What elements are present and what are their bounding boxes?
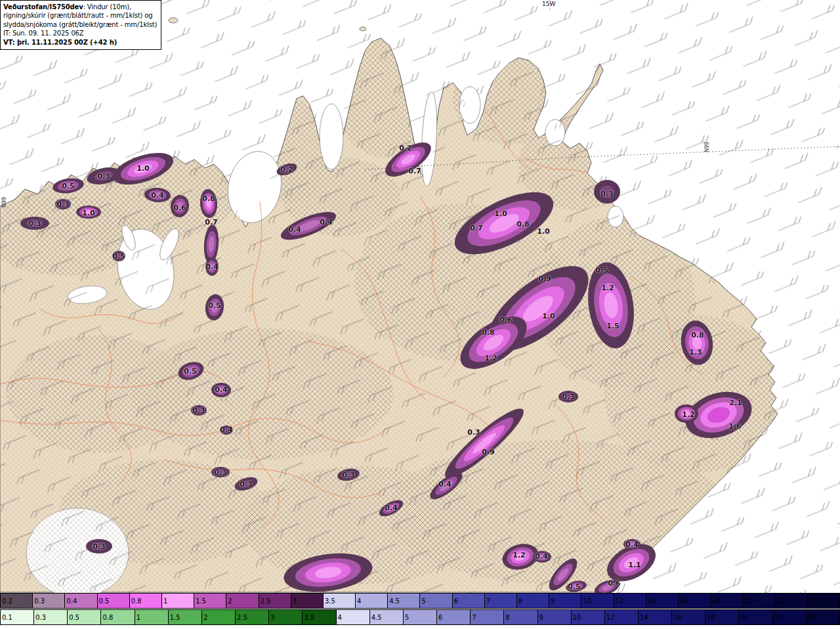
precip-blob (538, 554, 545, 559)
colorbar-segment: 18 (705, 610, 739, 624)
colorbar-rain-sleet: 0.20.30.40.50.811.522.533.544.5567891012… (0, 593, 840, 609)
colorbar-segment: 7 (471, 610, 504, 624)
colorbar-segment: 10 (572, 610, 605, 624)
title-line-2: rigning/skúrir (grænt/blátt/rautt - mm/1… (3, 11, 157, 20)
precip-blob (223, 427, 230, 433)
colorbar-value-label: 0.8 (102, 614, 113, 621)
colorbar-value-label: 4.5 (371, 614, 382, 621)
colorbar-value-label: 14 (640, 614, 648, 621)
colorbar-value-label: 30 (808, 614, 816, 621)
colorbar-value-label: 8 (505, 614, 509, 621)
colorbar-value-label: 2 (203, 614, 207, 621)
left-edge-label: N99 (1, 197, 7, 207)
colorbar-segment: 2.5 (259, 594, 291, 608)
colorbar-value-label: 10 (583, 597, 591, 605)
colorbar-value-label: 4.5 (389, 597, 400, 605)
colorbar-value-label: 1 (136, 614, 140, 621)
precip-blob (600, 185, 614, 198)
product-name: Veðurstofan/IS750dev (3, 3, 83, 11)
colorbar-segment: 9 (538, 610, 572, 624)
colorbar-value-label: 3 (270, 614, 274, 621)
colorbar-value-label: 20 (740, 614, 749, 621)
colorbar-value-label: 6 (454, 597, 458, 605)
colorbar-segment: 0.1 (1, 610, 34, 624)
colorbar-segment: 18 (711, 594, 743, 608)
colorbar-value-label: 20 (744, 597, 753, 605)
precip-blob (209, 263, 215, 270)
valid-time-line: VT: þri. 11.11.2025 00Z (+42 h) (3, 38, 157, 47)
colorbar-value-label: 5 (421, 597, 425, 605)
colorbar-snow: 0.10.30.50.811.522.533.544.5567891012141… (0, 609, 840, 625)
colorbar-value-label: 25 (777, 597, 786, 605)
colorbar-value-label: 1.5 (196, 597, 206, 605)
colorbar-value-label: 16 (673, 614, 682, 621)
colorbar-value-label: 0.4 (66, 597, 77, 605)
colorbar-segment: 0.4 (65, 594, 97, 608)
colorbar-value-label: 25 (774, 614, 783, 621)
colorbar-value-label: 9 (551, 597, 555, 605)
colorbar-segment: 4.5 (370, 610, 404, 624)
colorbar-segment: 0.2 (1, 594, 33, 608)
colorbar-value-label: 3.5 (304, 614, 314, 621)
colorbar-segment: 8 (504, 610, 537, 624)
colorbar-segment: 20 (743, 594, 775, 608)
colorbar-value-label: 8 (518, 597, 522, 605)
precip-blob (58, 202, 67, 207)
colorbar-segment: 6 (437, 610, 471, 624)
colorbar-segment: 3.5 (324, 594, 356, 608)
colorbar-value-label: 1.5 (170, 614, 180, 621)
colorbar-segment: 20 (739, 610, 772, 624)
meridian-label: 15W (542, 1, 555, 7)
title-box: Veðurstofan/IS750dev: Vindur (10m), rign… (0, 0, 161, 50)
title-line-1: Veðurstofan/IS750dev: Vindur (10m), (3, 3, 157, 11)
colorbar-value-label: 6 (438, 614, 442, 621)
precip-blob (683, 411, 690, 416)
colorbar-segment: 14 (639, 610, 672, 624)
colorbar-segment: 12 (614, 594, 646, 608)
colorbar-value-label: 7 (472, 614, 476, 621)
colorbar-value-label: 9 (539, 614, 543, 621)
colorbar-segment: 5 (420, 594, 452, 608)
colorbar-value-label: 0.5 (69, 614, 79, 621)
colorbar-segment: 0.5 (68, 610, 101, 624)
colorbar-segment: 3.5 (303, 610, 336, 624)
colorbar-segment: 16 (679, 594, 711, 608)
precip-blob (629, 542, 635, 546)
colorbar-segment: 0.5 (98, 594, 130, 608)
colorbar-value-label: 2.5 (237, 614, 247, 621)
colorbar-value-label: 14 (648, 597, 656, 605)
init-time-line: IT: Sun. 09. 11. 2025 06Z (3, 29, 157, 37)
colorbar-segment: 0.8 (101, 610, 135, 624)
colorbar-value-label: 7 (486, 597, 490, 605)
weather-map-page: 15W N99 N99 1.00.30.50.30.40.60.81.00.30… (0, 0, 840, 629)
colorbar-value-label: 2 (228, 597, 232, 605)
colorbar-segment: 10 (581, 594, 614, 608)
colorbar-segment: 1 (135, 610, 169, 624)
colorbar-segment: 6 (453, 594, 485, 608)
colorbar-segment: 30 (807, 610, 839, 624)
colorbar-segment: 5 (404, 610, 437, 624)
colorbar-value-label: 10 (573, 614, 581, 621)
colorbar-segment: 0.3 (33, 594, 65, 608)
colorbar-segment: 2 (202, 610, 236, 624)
colorbar-value-label: 5 (405, 614, 409, 621)
precip-blob (215, 469, 225, 475)
precip-blob (27, 220, 43, 227)
colorbar-segment: 4.5 (388, 594, 420, 608)
colorbar-value-label: 4 (338, 614, 342, 621)
precip-blob (116, 253, 123, 259)
colorbar-segment: 25 (773, 610, 807, 624)
colorbar-value-label: 12 (606, 614, 615, 621)
colorbar-segment: 16 (672, 610, 705, 624)
colorbar-segment: 14 (646, 594, 679, 608)
colorbar-segment: 12 (605, 610, 639, 624)
colorbar-value-label: 16 (680, 597, 688, 605)
colorbar-segment: 7 (485, 594, 517, 608)
colorbar-value-label: 18 (707, 614, 715, 621)
colorbar-segment: 30 (808, 594, 839, 608)
colorbar-segment: 1.5 (194, 594, 226, 608)
colorbar-segment: 0.3 (34, 610, 68, 624)
colorbar-segment: 0.8 (130, 594, 162, 608)
colorbar-value-label: 4 (357, 597, 361, 605)
colorbar-value-label: 30 (809, 597, 818, 605)
